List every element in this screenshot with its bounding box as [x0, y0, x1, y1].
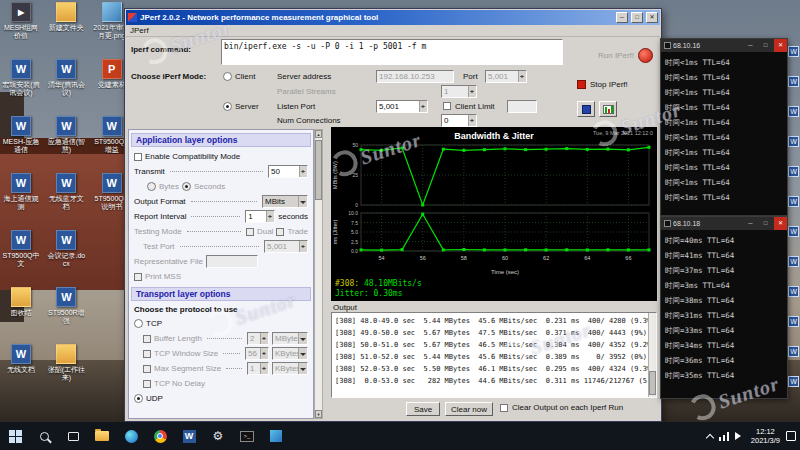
desktop-icon-partial[interactable]: W: [788, 286, 799, 297]
desktop-icon-partial[interactable]: W: [788, 76, 799, 87]
menu-jperf[interactable]: JPerf: [130, 26, 149, 35]
minimize-icon[interactable]: ─: [744, 217, 757, 230]
taskbar-photos-button[interactable]: [267, 427, 285, 445]
taskbar-cmd-button[interactable]: >_: [238, 427, 256, 445]
chevron-down-icon[interactable]: [298, 363, 307, 374]
desktop-icon-partial[interactable]: W: [788, 136, 799, 147]
taskbar-word-button[interactable]: W: [180, 427, 198, 445]
buffer-length-unit-select[interactable]: MBytes: [272, 332, 308, 345]
cmd1-output[interactable]: 时间<1ms TTL=64时间<1ms TTL=64时间<1ms TTL=64时…: [661, 52, 787, 215]
close-icon[interactable]: ✕: [774, 39, 787, 52]
desktop-icon[interactable]: W会议记录.docx: [47, 230, 85, 287]
maximize-icon[interactable]: □: [759, 39, 772, 52]
volume-icon[interactable]: [735, 432, 745, 440]
report-interval-input[interactable]: 1: [245, 210, 275, 223]
action-center-icon[interactable]: [786, 431, 796, 441]
spinner-icon[interactable]: [468, 115, 476, 126]
desktop-icon[interactable]: W无线文档: [2, 344, 40, 401]
desktop-icon-partial[interactable]: W: [788, 166, 799, 177]
scrollbar-thumb[interactable]: [649, 371, 656, 395]
save-button[interactable]: Save: [406, 402, 440, 416]
spinner-icon[interactable]: [260, 363, 268, 374]
tcp-no-delay-checkbox[interactable]: [143, 380, 151, 388]
desktop-icon-partial[interactable]: W: [788, 346, 799, 357]
desktop-icon[interactable]: WST9500Q中文: [2, 230, 40, 287]
desktop-icon[interactable]: 图收结: [2, 287, 40, 344]
desktop-icon[interactable]: W清华(腾讯会议): [47, 59, 85, 116]
network-icon[interactable]: [719, 432, 729, 441]
desktop-icon[interactable]: W应急通信(智慧): [47, 116, 85, 173]
spinner-icon[interactable]: [260, 348, 268, 359]
max-segment-unit-select[interactable]: KBytes: [272, 362, 308, 375]
tcp-window-unit-select[interactable]: KBytes: [272, 347, 308, 360]
spinner-icon[interactable]: [518, 71, 526, 82]
desktop-icon[interactable]: 张韶(工作往来): [47, 344, 85, 401]
cmd1-titlebar[interactable]: 68.10.16 ─ □ ✕: [661, 39, 787, 52]
transmit-input[interactable]: 50: [268, 165, 308, 178]
taskbar-chrome-button[interactable]: [151, 427, 169, 445]
desktop-icon-partial[interactable]: W: [788, 46, 799, 57]
clear-now-button[interactable]: Clear now: [445, 402, 493, 416]
maximize-icon[interactable]: □: [631, 12, 643, 23]
parallel-streams-input[interactable]: 1: [441, 85, 477, 98]
desktop-icon-partial[interactable]: W: [788, 106, 799, 117]
taskbar-start-button[interactable]: [6, 427, 24, 445]
output-format-select[interactable]: MBits: [262, 195, 308, 208]
save-chart-button[interactable]: [599, 101, 617, 117]
chevron-down-icon[interactable]: [298, 196, 307, 207]
num-connections-input[interactable]: 0: [441, 114, 477, 127]
tcp-window-checkbox[interactable]: [143, 350, 151, 358]
desktop-icon-partial[interactable]: W: [788, 196, 799, 207]
desktop-icon-partial[interactable]: W: [788, 376, 799, 387]
cmd2-titlebar[interactable]: 68.10.18 ─ □ ✕: [661, 217, 787, 230]
buffer-length-checkbox[interactable]: [143, 335, 151, 343]
tray-expand-icon[interactable]: [706, 433, 714, 441]
taskbar-settings-button[interactable]: ⚙: [209, 427, 227, 445]
options-panel[interactable]: Application layer options Enable Compati…: [128, 129, 314, 419]
test-port-input[interactable]: 5,001: [264, 240, 308, 253]
cmd2-output[interactable]: 时间=40ms TTL=64时间=41ms TTL=64时间=37ms TTL=…: [661, 230, 787, 398]
spinner-icon[interactable]: [260, 333, 268, 344]
client-limit-checkbox[interactable]: [443, 102, 451, 110]
server-address-input[interactable]: 192.168.10.253: [376, 70, 454, 83]
jperf-titlebar[interactable]: JPerf 2.0.2 - Network performance measur…: [126, 10, 660, 25]
listen-port-input[interactable]: 5,001: [376, 100, 428, 113]
scrollbar-thumb[interactable]: [315, 140, 322, 200]
compat-checkbox[interactable]: [134, 153, 142, 161]
client-port-input[interactable]: 5,001: [485, 70, 527, 83]
desktop-icon[interactable]: WMESH-应急通信: [2, 116, 40, 173]
maximize-icon[interactable]: □: [759, 217, 772, 230]
save-config-button[interactable]: [577, 101, 595, 117]
spinner-icon[interactable]: [419, 101, 427, 112]
desktop-icon-partial[interactable]: W: [788, 226, 799, 237]
dual-checkbox[interactable]: [246, 228, 254, 236]
spinner-icon[interactable]: [468, 86, 476, 97]
trade-checkbox[interactable]: [276, 228, 284, 236]
iperf-command-input[interactable]: bin/iperf.exe -s -u -P 0 -i 1 -p 5001 -f…: [221, 39, 563, 65]
spinner-icon[interactable]: [299, 241, 307, 252]
chevron-down-icon[interactable]: [298, 348, 307, 359]
minimize-icon[interactable]: ─: [616, 12, 628, 23]
output-scrollbar[interactable]: [648, 313, 656, 397]
minimize-icon[interactable]: ─: [744, 39, 757, 52]
clear-on-run-checkbox[interactable]: [500, 404, 508, 412]
desktop-icon[interactable]: WST9500R增强: [47, 287, 85, 344]
bytes-radio[interactable]: [147, 182, 156, 191]
desktop-icon[interactable]: 新建文件夹: [47, 2, 85, 59]
representative-file-input[interactable]: [206, 255, 258, 268]
spinner-icon[interactable]: [299, 166, 307, 177]
taskbar-edge-button[interactable]: [122, 427, 140, 445]
desktop-icon-partial[interactable]: W: [788, 256, 799, 267]
buffer-length-input[interactable]: 2: [247, 332, 269, 345]
client-limit-input[interactable]: [507, 100, 537, 113]
udp-radio[interactable]: [134, 394, 143, 403]
taskbar-file-explorer-button[interactable]: [93, 427, 111, 445]
chevron-down-icon[interactable]: [298, 333, 307, 344]
scroll-down-icon[interactable]: ▼: [315, 410, 322, 418]
spinner-icon[interactable]: [266, 211, 274, 222]
stop-iperf-button[interactable]: Stop IPerf!: [571, 75, 657, 93]
taskbar-task-view-button[interactable]: [64, 427, 82, 445]
output-log[interactable]: [308] 48.0-49.0 sec 5.44 MBytes 45.6 MBi…: [331, 312, 657, 398]
client-radio[interactable]: [223, 72, 232, 81]
taskbar-search-button[interactable]: [35, 427, 53, 445]
